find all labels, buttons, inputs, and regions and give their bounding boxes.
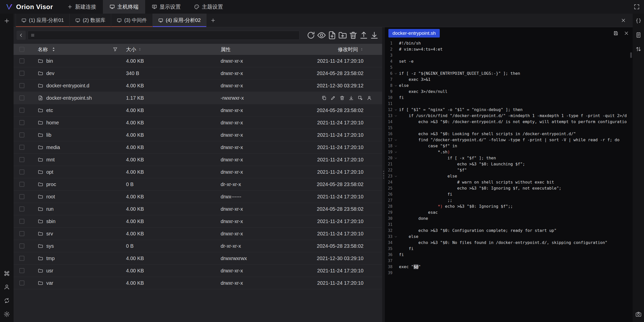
terminal-tab-4[interactable]: (4) 应用-分析02 [153, 14, 207, 27]
braces-icon[interactable] [635, 18, 642, 24]
table-row[interactable]: root4.00 KBdrwx------2021-11-24 17:20:10 [14, 191, 382, 203]
nav-item-display-settings[interactable]: 显示设置 [145, 0, 187, 14]
column-header-name[interactable]: 名称 [38, 46, 48, 53]
download-button[interactable] [370, 31, 379, 40]
new-file-button[interactable] [327, 31, 337, 40]
row-checkbox[interactable] [19, 169, 24, 174]
upload-button[interactable] [359, 31, 369, 40]
row-checkbox[interactable] [19, 206, 24, 211]
download-icon[interactable] [348, 95, 354, 101]
table-row[interactable]: docker-entrypoint.d4.00 KBdrwxr-xr-x2021… [14, 80, 382, 92]
refresh-button[interactable] [306, 31, 316, 40]
table-row[interactable]: sys0 Bdr-xr-xr-x2024-05-28 23:58:02 [14, 240, 382, 252]
fold-chevron-icon[interactable] [392, 114, 399, 118]
path-input[interactable] [28, 31, 300, 40]
fold-chevron-icon[interactable] [392, 138, 399, 142]
document-icon[interactable] [635, 32, 642, 38]
fold-chevron-icon[interactable] [392, 151, 399, 154]
table-row[interactable]: srv4.00 KBdrwxr-xr-x2021-11-24 17:20:10 [14, 228, 382, 240]
line-number: 27 [385, 197, 392, 203]
sort-icon[interactable] [138, 48, 142, 51]
table-row[interactable]: media4.00 KBdrwxr-xr-x2021-11-24 17:20:1… [14, 141, 382, 154]
settings-icon[interactable] [4, 311, 10, 317]
save-icon[interactable] [613, 30, 619, 36]
add-icon[interactable] [4, 18, 10, 24]
table-row[interactable]: docker-entrypoint.sh1.17 KB-rwxrwxr-x [14, 92, 382, 104]
table-row[interactable]: proc0 Bdr-xr-xr-x2024-05-28 23:58:02 [14, 178, 382, 191]
row-checkbox[interactable] [19, 256, 24, 261]
table-row[interactable]: lib4.00 KBdrwxr-xr-x2021-11-24 17:20:10 [14, 129, 382, 141]
row-checkbox[interactable] [19, 219, 24, 224]
back-button[interactable] [17, 31, 26, 40]
table-row[interactable]: var4.00 KBdrwxr-xr-x2021-11-24 17:20:10 [14, 277, 382, 289]
fold-chevron-icon[interactable] [392, 145, 399, 148]
fold-chevron-icon[interactable] [392, 157, 399, 160]
permission-icon[interactable] [367, 95, 372, 101]
table-row[interactable]: dev340 Bdrwxr-xr-x2024-05-28 23:58:02 [14, 67, 382, 80]
sort-icon[interactable] [360, 48, 364, 51]
table-row[interactable]: etc4.00 KBdrwxr-xr-x2024-05-28 23:58:02 [14, 104, 382, 117]
row-checkbox[interactable] [19, 132, 24, 137]
row-checkbox[interactable] [19, 231, 24, 236]
nav-item-new-connection[interactable]: 新建连接 [61, 0, 103, 14]
code-editor[interactable]: 1#!/bin/sh2# vim:sw=4:ts=4:et34set -e56i… [385, 39, 633, 322]
copy-icon[interactable] [321, 95, 327, 101]
add-tab-button[interactable] [207, 14, 220, 27]
row-checkbox[interactable] [19, 157, 24, 162]
filter-icon[interactable] [112, 47, 118, 52]
new-folder-button[interactable] [338, 31, 347, 40]
delete-button[interactable] [348, 31, 358, 40]
editor-file-tab[interactable]: docker-entrypoint.sh [388, 29, 440, 38]
fold-chevron-icon[interactable] [392, 84, 399, 87]
fold-chevron-icon[interactable] [392, 235, 399, 238]
table-row[interactable]: bin4.00 KBdrwxr-xr-x2021-11-24 17:20:10 [14, 55, 382, 67]
close-all-button[interactable] [614, 14, 633, 27]
fullscreen-icon[interactable] [633, 4, 640, 10]
row-checkbox[interactable] [19, 120, 24, 125]
table-row[interactable]: opt4.00 KBdrwxr-xr-x2021-11-24 17:20:10 [14, 166, 382, 178]
row-checkbox[interactable] [19, 83, 24, 88]
user-icon[interactable] [4, 284, 10, 290]
close-editor-icon[interactable] [624, 30, 629, 36]
terminal-tab-2[interactable]: (2) 数据库 [70, 14, 111, 27]
row-checkbox[interactable] [19, 182, 24, 187]
row-checkbox[interactable] [19, 71, 24, 76]
fold-chevron-icon[interactable] [392, 72, 399, 75]
row-checkbox[interactable] [19, 145, 24, 150]
move-icon[interactable] [357, 95, 363, 101]
table-row[interactable]: run4.00 KBdrwxr-xr-x2024-05-28 23:58:02 [14, 203, 382, 215]
column-header-mtime[interactable]: 修改时间 [338, 46, 358, 53]
row-checkbox[interactable] [19, 194, 24, 199]
fold-chevron-icon[interactable] [392, 175, 399, 178]
delete-icon[interactable] [339, 95, 345, 101]
sort-lines-icon[interactable] [635, 46, 642, 52]
row-checkbox[interactable] [19, 58, 24, 63]
row-checkbox[interactable] [19, 95, 24, 100]
display-icon [152, 4, 157, 10]
fold-chevron-icon[interactable] [392, 108, 399, 112]
camera-icon[interactable] [635, 311, 642, 317]
row-checkbox[interactable] [19, 268, 24, 273]
table-row[interactable]: mnt4.00 KBdrwxr-xr-x2021-11-24 17:20:10 [14, 154, 382, 166]
edit-icon[interactable] [330, 95, 336, 101]
panel-resize-handle[interactable] [382, 27, 385, 322]
row-checkbox[interactable] [19, 108, 24, 113]
table-row[interactable]: usr4.00 KBdrwxr-xr-x2021-11-24 17:20:10 [14, 265, 382, 277]
nav-item-theme-settings[interactable]: 主题设置 [187, 0, 230, 14]
terminal-tab-1[interactable]: (1) 应用-分析01 [16, 14, 70, 27]
select-all-checkbox[interactable] [19, 47, 24, 52]
column-header-size[interactable]: 大小 [126, 46, 136, 53]
nav-item-host-terminal[interactable]: 主机终端 [103, 0, 145, 14]
app-logo[interactable]: Orion Visor [0, 0, 61, 14]
preview-button[interactable] [317, 31, 326, 40]
terminal-tab-3[interactable]: (3) 中间件 [111, 14, 153, 27]
command-icon[interactable] [4, 270, 10, 277]
row-checkbox[interactable] [19, 243, 24, 248]
editor-scrollbar-thumb[interactable] [630, 52, 632, 58]
row-checkbox[interactable] [19, 280, 24, 285]
table-row[interactable]: sbin4.00 KBdrwxr-xr-x2021-11-24 17:20:10 [14, 215, 382, 228]
sort-icon[interactable] [51, 47, 56, 52]
table-row[interactable]: tmp4.00 KBdrwxrwxrwx2021-12-30 03:29:10 [14, 252, 382, 265]
table-row[interactable]: home4.00 KBdrwxr-xr-x2021-11-24 17:20:10 [14, 117, 382, 129]
sync-icon[interactable] [4, 297, 10, 304]
